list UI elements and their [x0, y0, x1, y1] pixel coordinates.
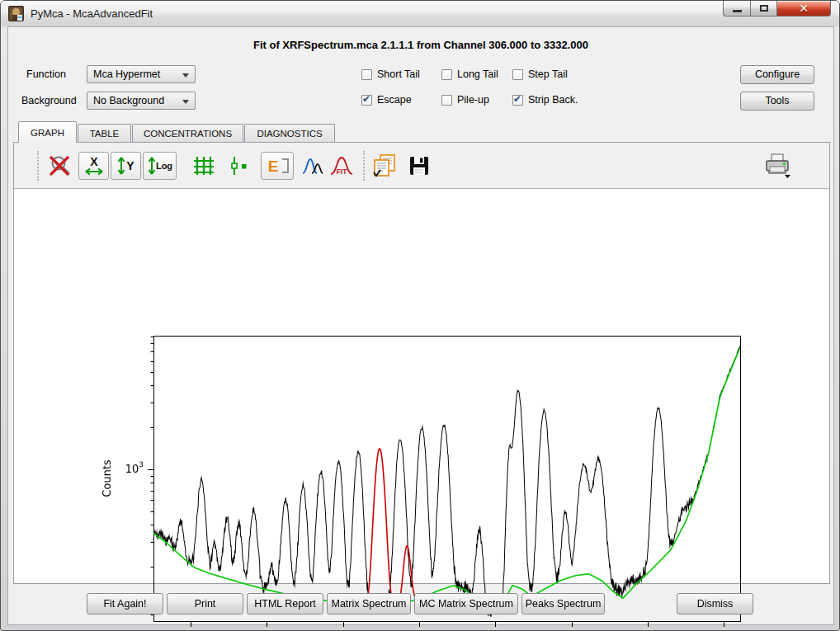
markers-toggle-button[interactable] [224, 153, 252, 179]
x-autoscale-button[interactable]: X [78, 152, 109, 180]
plot-toolbar: X Y Log [14, 143, 829, 189]
energy-axis-icon: E [264, 155, 290, 177]
spectrum-canvas[interactable] [32, 308, 831, 631]
footer-button-row: Fit Again! Print HTML Report Matrix Spec… [8, 593, 833, 615]
tab-table[interactable]: TABLE [78, 124, 131, 142]
svg-text:X: X [90, 155, 98, 168]
fit-display-icon [301, 155, 324, 177]
chevron-down-icon [182, 100, 189, 104]
pymca-app-icon [8, 6, 24, 21]
maximize-button[interactable] [750, 1, 777, 16]
save-button[interactable] [406, 153, 432, 179]
html-report-button[interactable]: HTML Report [247, 593, 323, 615]
configure-button[interactable]: Configure [740, 65, 814, 84]
checkbox-escape[interactable]: Escape [361, 91, 441, 109]
markers-icon [226, 154, 251, 177]
print-button[interactable] [762, 152, 793, 180]
checkbox-pile-up[interactable]: Pile-up [441, 91, 512, 109]
window-titlebar[interactable]: PyMca - McaAdvancedFit ✕ [1, 1, 839, 26]
log-scale-button[interactable]: Log [143, 152, 177, 180]
dismiss-button[interactable]: Dismiss [677, 593, 753, 615]
fit-header-title: Fit of XRFSpectrum.mca 2.1.1.1 from Chan… [8, 39, 833, 51]
mc-matrix-spectrum-button[interactable]: MC Matrix Spectrum [414, 593, 518, 615]
svg-text:E: E [268, 158, 279, 175]
svg-text:Log: Log [155, 161, 172, 171]
save-icon [408, 154, 431, 177]
matrix-spectrum-button[interactable]: Matrix Spectrum [327, 593, 411, 615]
plot-area [32, 308, 831, 631]
tab-graph[interactable]: GRAPH [18, 121, 77, 143]
fit-icon: FIT [329, 154, 354, 177]
tools-button[interactable]: Tools [740, 92, 814, 111]
close-icon: ✕ [799, 2, 809, 14]
zoom-reset-icon [49, 154, 72, 177]
y-autoscale-button[interactable]: Y [111, 152, 141, 180]
checkbox-box [512, 95, 523, 106]
grid-icon [191, 154, 216, 177]
svg-text:Y: Y [126, 159, 134, 172]
function-value: Mca Hypermet [93, 68, 160, 80]
checkbox-strip-back[interactable]: Strip Back. [512, 91, 595, 109]
log-scale-icon: Log [146, 155, 174, 177]
checkbox-step-tail[interactable]: Step Tail [512, 65, 595, 83]
fit-display-button[interactable] [300, 153, 325, 179]
print-icon [762, 153, 792, 179]
x-autoscale-icon: X [83, 155, 106, 177]
checkbox-short-tail[interactable]: Short Tail [361, 65, 441, 83]
fit-button[interactable]: FIT [328, 153, 355, 179]
background-value: No Background [93, 95, 164, 106]
checkbox-box [441, 95, 452, 106]
zoom-reset-button[interactable] [47, 153, 73, 179]
svg-text:FIT: FIT [337, 167, 348, 176]
checkbox-box [441, 69, 452, 80]
background-select[interactable]: No Background [87, 92, 196, 110]
maximize-icon [760, 5, 768, 12]
close-button[interactable]: ✕ [777, 1, 831, 16]
tab-concentrations[interactable]: CONCENTRATIONS [132, 124, 243, 142]
graph-tab-panel: X Y Log [13, 142, 830, 584]
function-select[interactable]: Mca Hypermet [87, 65, 196, 83]
checkbox-box [361, 69, 372, 80]
minimize-button[interactable] [723, 1, 750, 16]
checkbox-long-tail[interactable]: Long Tail [441, 65, 512, 83]
pymca-window: PyMca - McaAdvancedFit ✕ Fit of XRFSpect… [0, 0, 840, 631]
print-report-button[interactable]: Print [167, 593, 243, 615]
fit-option-checkboxes: Short Tail Long Tail Step Tail Escape Pi… [361, 65, 595, 109]
function-label: Function [26, 65, 66, 83]
energy-axis-button[interactable]: E [261, 152, 294, 180]
grid-toggle-button[interactable] [190, 153, 218, 179]
checkbox-box [361, 95, 372, 106]
fit-again-button[interactable]: Fit Again! [87, 593, 163, 615]
window-title: PyMca - McaAdvancedFit [31, 7, 153, 20]
checkbox-box [512, 69, 523, 80]
background-label: Background [21, 92, 77, 110]
toolbar-drag-handle[interactable] [363, 151, 365, 181]
tab-diagnostics[interactable]: DIAGNOSTICS [244, 124, 335, 142]
dialog-body: Fit of XRFSpectrum.mca 2.1.1.1 from Chan… [7, 26, 834, 625]
toolbar-drag-handle[interactable] [37, 151, 39, 181]
peaks-spectrum-button[interactable]: Peaks Spectrum [521, 593, 605, 615]
copy-button[interactable] [370, 152, 399, 180]
chevron-down-icon [182, 73, 189, 78]
y-autoscale-icon: Y [115, 155, 138, 177]
copy-icon [371, 153, 398, 178]
minimize-icon [733, 10, 742, 12]
